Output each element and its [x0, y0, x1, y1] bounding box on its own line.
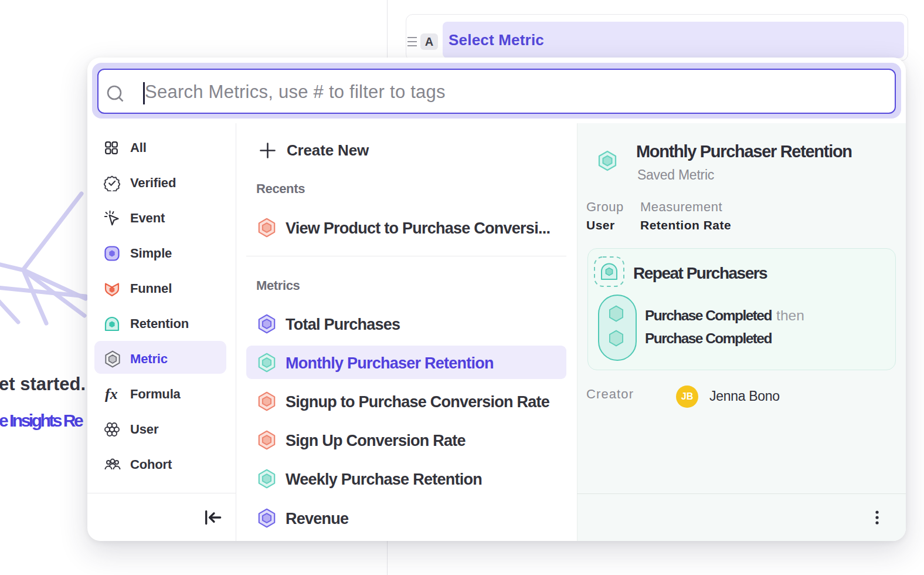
svg-text:fx: fx	[105, 385, 118, 402]
